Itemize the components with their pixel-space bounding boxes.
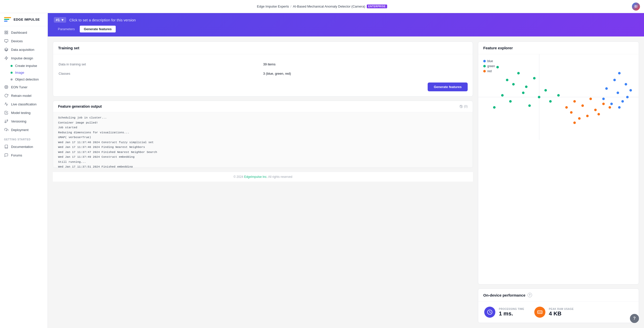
getting-started-label: GETTING STARTED [0, 134, 48, 142]
upload-cloud-icon [4, 128, 9, 132]
logo-text: EDGE IMPULSE [14, 18, 40, 21]
legend-label-blue: blue [487, 59, 493, 63]
dot-green-active-icon [11, 72, 13, 74]
sidebar-item-dashboard[interactable]: Dashboard [0, 28, 48, 37]
sidebar-item-retrain-model[interactable]: Retrain model [0, 91, 48, 100]
logo[interactable]: EDGE IMPULSE [0, 13, 48, 26]
sidebar-item-documentation[interactable]: Documentation [0, 142, 48, 151]
generate-features-button[interactable]: Generate features [428, 83, 468, 91]
tabs-row: Parameters Generate features [54, 26, 638, 32]
sidebar-item-eon-tuner[interactable]: EON Tuner [0, 83, 48, 91]
svg-point-20 [7, 120, 8, 121]
svg-point-21 [5, 122, 6, 123]
sidebar-item-devices-label: Devices [11, 39, 23, 43]
message-circle-icon [4, 153, 9, 157]
breadcrumb-project[interactable]: AI-Based Mechanical Anomaly Detector (Ca… [293, 5, 365, 8]
svg-rect-4 [5, 39, 8, 42]
legend-item-blue: blue [483, 59, 495, 63]
feature-chart [478, 54, 639, 140]
log-line-7: Wed Jan 17 11:37:46 2024 Finding Nearest… [58, 145, 468, 150]
legend-dot-green [483, 65, 486, 67]
sidebar-item-versioning[interactable]: Versioning [0, 117, 48, 126]
log-line-1: Scheduling job in cluster... [58, 115, 468, 120]
legend-label-red: red [487, 69, 492, 73]
help-circle-icon[interactable]: ? [528, 293, 532, 297]
log-line-11: Wed Jan 17 11:37:51 2024 Finished embedd… [58, 164, 468, 168]
page-header: #1 ▼ Click to set a description for this… [48, 13, 644, 36]
breadcrumb-separator: / [291, 5, 292, 8]
perf-title: On-device performance [483, 293, 526, 297]
sidebar-item-forums[interactable]: Forums [0, 151, 48, 159]
output-title: Feature generation output [58, 104, 102, 108]
version-badge[interactable]: #1 ▼ [54, 17, 66, 23]
log-line-9: Wed Jan 17 11:37:49 2024 Construct embed… [58, 154, 468, 159]
sidebar-item-object-detection-label: Object detection [15, 77, 39, 81]
sidebar-item-data-acquisition-label: Data acquisition [11, 48, 34, 52]
logo-bar-1 [4, 17, 11, 18]
content-area: Training set Data in training set 39 ite… [48, 36, 644, 328]
breadcrumb-org[interactable]: Edge Impulse Experts [257, 5, 289, 8]
log-line-10: Still running... [58, 159, 468, 165]
training-set-title: Training set [53, 42, 473, 54]
sidebar: EDGE IMPULSE Dashboard Devices Data acqu… [0, 13, 48, 328]
feature-explorer-title: Feature explorer [478, 42, 639, 54]
sidebar-item-documentation-label: Documentation [11, 145, 33, 149]
sidebar-item-model-testing[interactable]: Model testing [0, 108, 48, 117]
cpu-icon [4, 85, 9, 89]
footer-link[interactable]: EdgeImpulse Inc. [244, 175, 267, 179]
sidebar-nav: Dashboard Devices Data acquisition Impul… [0, 26, 48, 328]
version-description[interactable]: Click to set a description for this vers… [69, 18, 136, 22]
git-branch-icon [4, 119, 9, 124]
training-set-card: Training set Data in training set 39 ite… [53, 42, 473, 97]
output-badge: (0) [459, 105, 468, 108]
sidebar-item-create-impulse[interactable]: Create impulse [0, 62, 48, 69]
sidebar-item-deployment[interactable]: Deployment [0, 126, 48, 134]
footer-text: © 2024 [233, 175, 243, 179]
activity-icon [4, 102, 9, 106]
peak-ram-label: PEAK RAM USAGE [549, 308, 574, 310]
main-content: #1 ▼ Click to set a description for this… [48, 13, 644, 328]
sidebar-item-eon-tuner-label: EON Tuner [11, 85, 27, 89]
tab-generate-features[interactable]: Generate features [80, 26, 116, 32]
sidebar-item-forums-label: Forums [11, 153, 22, 157]
sidebar-item-dashboard-label: Dashboard [11, 31, 27, 34]
sidebar-item-impulse-design[interactable]: Impulse design [0, 54, 48, 62]
processing-time-value: 1 ms. [499, 310, 524, 317]
perf-header: On-device performance ? [478, 289, 639, 302]
dot-gray-icon [11, 78, 13, 80]
svg-rect-9 [5, 86, 8, 89]
help-button[interactable]: ? [630, 314, 639, 323]
perf-body: PROCESSING TIME 1 ms. PEAK RAM USAGE 4 K… [478, 302, 639, 323]
legend-item-red: red [483, 69, 495, 73]
zap-icon [4, 56, 9, 60]
output-log: Scheduling job in cluster... Container i… [53, 112, 473, 168]
peak-ram-value: 4 KB [549, 310, 574, 317]
svg-rect-2 [5, 33, 6, 34]
top-header: Edge Impulse Experts / AI-Based Mechanic… [0, 0, 644, 13]
sidebar-item-data-acquisition[interactable]: Data acquisition [0, 45, 48, 54]
page-footer: © 2024 EdgeImpulse Inc. All rights reser… [53, 172, 473, 182]
table-row: Data in training set 39 items [59, 60, 467, 69]
sidebar-item-image-label: Image [15, 71, 24, 74]
dot-green-icon [11, 65, 13, 67]
avatar[interactable]: EI [632, 3, 640, 11]
check-square-icon [4, 110, 9, 115]
peak-ram-metric: PEAK RAM USAGE 4 KB [534, 307, 574, 318]
sidebar-item-devices[interactable]: Devices [0, 37, 48, 45]
sidebar-item-impulse-design-label: Impulse design [11, 56, 33, 60]
sidebar-item-retrain-model-label: Retrain model [11, 94, 31, 98]
sidebar-item-image[interactable]: Image [0, 69, 48, 76]
sidebar-item-deployment-label: Deployment [11, 128, 28, 132]
processing-time-label: PROCESSING TIME [499, 308, 524, 310]
processing-time-info: PROCESSING TIME 1 ms. [499, 308, 524, 317]
tab-parameters[interactable]: Parameters [54, 26, 79, 32]
sidebar-item-live-classification[interactable]: Live classification [0, 100, 48, 108]
data-in-training-label: Data in training set [59, 60, 263, 69]
sidebar-item-model-testing-label: Model testing [11, 111, 30, 115]
grid-icon [4, 30, 9, 35]
layers-icon [4, 47, 9, 52]
legend-label-green: green [487, 64, 495, 68]
sidebar-item-object-detection[interactable]: Object detection [0, 76, 48, 83]
log-line-3: Job started [58, 125, 468, 130]
device-icon [4, 39, 9, 43]
